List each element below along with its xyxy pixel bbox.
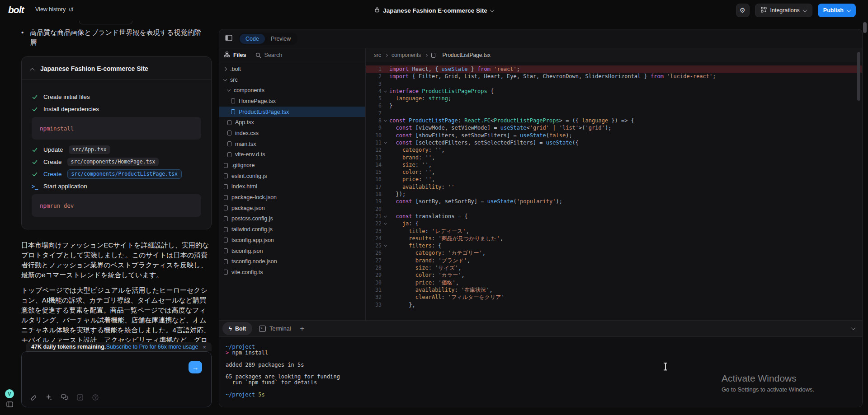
close-icon[interactable]: × (203, 344, 206, 350)
collapse-terminal-icon[interactable] (851, 326, 856, 330)
breadcrumb-label[interactable]: src (374, 52, 381, 58)
plan-card: Japanese Fashion E-commerce Site Create … (21, 56, 212, 229)
file-tree-item-tailwind-config-js[interactable]: tailwind.config.js (219, 224, 365, 235)
chat-scroll-area[interactable]: • 高品質な商品画像とブランド世界観を表現する視覚的階層 Japanese Fa… (21, 21, 212, 342)
breadcrumb-label[interactable]: components (392, 52, 421, 58)
code-line-5: 5 language: string; (366, 95, 862, 102)
view-mode-toggle: Code Preview (239, 33, 297, 45)
fold-chevron-icon[interactable] (382, 213, 389, 220)
file-tree-item-vite-env-d-ts[interactable]: vite-env.d.ts (219, 149, 365, 160)
settings-button[interactable]: ⚙ (736, 4, 750, 17)
file-tree-item--gitignore[interactable]: .gitignore (219, 160, 365, 171)
fold-chevron-icon[interactable] (382, 242, 389, 249)
top-bar-actions: ⚙ Integrations Publish (736, 4, 856, 17)
tab-bolt-terminal[interactable]: ϟ Bolt (222, 322, 252, 335)
publish-button[interactable]: Publish (818, 4, 856, 17)
subscribe-pro-link[interactable]: Subscribe to Pro for 66x more usage (106, 344, 198, 350)
code-text: availability: '在庫状況', (389, 286, 493, 294)
code-text: const translations = { (389, 213, 467, 220)
fold-chevron-icon[interactable] (382, 117, 389, 124)
fold-gutter (382, 183, 389, 191)
file-tree-item-index-css[interactable]: index.css (219, 128, 365, 139)
tab-preview[interactable]: Preview (265, 34, 297, 44)
file-tree-item-homepage-tsx[interactable]: HomePage.tsx (219, 96, 365, 107)
file-tree-item-package-json[interactable]: package.json (219, 203, 365, 214)
code-text: category: 'カテゴリー', (389, 249, 486, 256)
file-tree-item-vite-config-ts[interactable]: vite.config.ts (219, 267, 365, 278)
file-tree-item-app-tsx[interactable]: App.tsx (219, 117, 365, 128)
attach-link-icon[interactable] (29, 393, 37, 401)
help-icon[interactable] (92, 394, 99, 401)
file-tree-item-tsconfig-app-json[interactable]: tsconfig.app.json (219, 235, 365, 246)
file-tree-item-tsconfig-node-json[interactable]: tsconfig.node.json (219, 256, 365, 267)
user-avatar[interactable]: V (5, 389, 14, 398)
file-tree-item-index-html[interactable]: index.html (219, 182, 365, 192)
fold-gutter (382, 168, 389, 176)
file-icon (227, 141, 231, 146)
file-name: postcss.config.js (231, 215, 273, 222)
tab-code[interactable]: Code (240, 34, 265, 44)
code-line-17: 17 availability: '' (366, 183, 862, 191)
enhance-sparkles-icon[interactable] (45, 393, 52, 401)
toggle-chat-panel-icon[interactable] (225, 35, 232, 43)
file-tree-item-package-lock-json[interactable]: package-lock.json (219, 192, 365, 203)
code-line-28: 28 size: 'サイズ', (366, 264, 862, 271)
file-name: HomePage.tsx (239, 98, 276, 104)
files-label: Files (233, 52, 246, 58)
file-icon (224, 163, 228, 168)
new-terminal-button[interactable]: + (300, 325, 304, 332)
line-number: 28 (366, 264, 382, 271)
code-text: language: string; (389, 95, 451, 102)
code-lines[interactable]: 1import React, { useState } from 'react'… (366, 62, 862, 308)
integrations-button[interactable]: Integrations (755, 4, 812, 17)
file-tree-item-productlistpage-tsx[interactable]: ProductListPage.tsx (219, 107, 365, 117)
view-history-button[interactable]: View history ↺ (35, 6, 74, 13)
send-button[interactable]: → (189, 361, 202, 373)
code-line-16: 16 price: '', (366, 176, 862, 183)
file-icon (224, 216, 228, 221)
file-path-chip[interactable]: src/App.tsx (69, 145, 110, 154)
tab-terminal[interactable]: >_ Terminal (259, 326, 291, 332)
file-tree-item-src[interactable]: src (219, 75, 365, 85)
code-text: }); (389, 191, 406, 198)
line-number: 30 (366, 279, 382, 286)
project-title[interactable]: Japanese Fashion E-commerce Site (383, 7, 487, 14)
file-tree-item-eslint-config-js[interactable]: eslint.config.js (219, 171, 365, 182)
file-path-chip[interactable]: src/components/HomePage.tsx (67, 158, 159, 166)
code-line-14: 14 size: '', (366, 161, 862, 168)
file-icon (224, 195, 228, 200)
fold-chevron-icon[interactable] (382, 220, 389, 227)
file-tree-item-components[interactable]: components (219, 85, 365, 96)
search-button[interactable]: Search (255, 52, 283, 58)
sidebar-toggle-icon[interactable] (6, 401, 13, 409)
fold-gutter (382, 73, 389, 80)
discuss-chat-icon[interactable] (61, 393, 68, 401)
plan-card-header[interactable]: Japanese Fashion E-commerce Site (22, 57, 211, 79)
file-explorer: Files Search .boltsrccomponentsHomePage.… (219, 48, 366, 320)
fold-gutter (382, 102, 389, 109)
chat-input[interactable]: → (21, 351, 212, 407)
code-line-31: 31 availability: '在庫状況', (366, 286, 862, 294)
bullet-dot: • (21, 28, 24, 47)
editor-scrollbar[interactable] (857, 52, 860, 101)
file-tree-item-postcss-config-js[interactable]: postcss.config.js (219, 214, 365, 224)
collapse-chevron-icon[interactable] (30, 68, 35, 72)
checklist-icon[interactable] (76, 394, 84, 401)
file-icon (227, 152, 231, 157)
file-path-chip[interactable]: src/components/ProductListPage.tsx (67, 169, 182, 179)
file-icon (224, 259, 228, 264)
fold-chevron-icon[interactable] (382, 88, 389, 95)
line-number: 16 (366, 176, 382, 183)
check-icon (32, 147, 38, 153)
fold-gutter (382, 205, 389, 213)
fold-chevron-icon[interactable] (382, 139, 389, 146)
fold-gutter (382, 191, 389, 198)
code-editor: srccomponentsProductListPage.tsx 1import… (366, 48, 862, 320)
project-menu-chevron-icon[interactable] (490, 8, 494, 12)
bolt-tab-label: Bolt (235, 326, 246, 332)
file-tree-item--bolt[interactable]: .bolt (219, 64, 365, 75)
window-scrollbar[interactable] (863, 22, 867, 33)
file-tree-item-main-tsx[interactable]: main.tsx (219, 139, 365, 149)
file-tree-item-tsconfig-json[interactable]: tsconfig.json (219, 246, 365, 256)
file-name: main.tsx (235, 141, 256, 147)
